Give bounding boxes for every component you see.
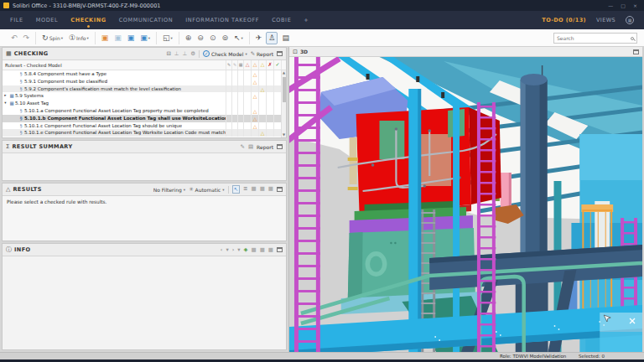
edit-rule-icon[interactable]: ✎ — [226, 60, 231, 70]
checking-panel-icon: ▦ — [6, 50, 12, 57]
section-box-button[interactable]: ◱▾ — [161, 33, 174, 44]
info-action3-icon[interactable]: ■ — [268, 246, 273, 253]
result-action3-icon[interactable]: ■ — [268, 185, 273, 194]
rs-edit-icon[interactable]: ✎ — [241, 143, 245, 150]
pick-result-icon[interactable]: ↖ — [232, 185, 240, 194]
todo-button[interactable]: TO-DO (0/13) — [542, 17, 586, 23]
prev-dropdown-icon[interactable]: ▾ — [226, 246, 228, 253]
restore-icon[interactable]: ▢ — [621, 3, 626, 8]
rule-section-icon: § — [18, 107, 24, 115]
show-selection-button[interactable]: ▣ — [112, 33, 123, 44]
rule-row-5-8-4[interactable]: §5.8.4 Component must have a Type△ — [3, 70, 281, 78]
results-mode-dropdown[interactable]: ✳ Automatic ▾ — [189, 186, 225, 193]
rule-row-5-9[interactable]: ▸▦5.9 Systems△ — [3, 92, 281, 100]
install-ruleset-icon[interactable]: ⊥ — [183, 50, 188, 57]
severity-yellow-icon[interactable]: △ — [258, 60, 266, 70]
rule-cell — [237, 107, 243, 115]
select-tool-button[interactable]: ↖▾ — [232, 33, 245, 44]
rule-severity-cell — [258, 92, 266, 100]
severity-orange-icon[interactable]: △ — [251, 60, 258, 70]
info-icon: ① — [69, 34, 75, 43]
edit-results-icon[interactable]: ✎ — [231, 60, 237, 70]
info-button[interactable]: ①Info▾ — [67, 33, 91, 44]
maximize-icon[interactable] — [277, 187, 283, 192]
model-viewport[interactable] — [289, 57, 642, 352]
maximize-icon[interactable] — [633, 49, 639, 54]
chevron-down-icon[interactable]: ▾ — [3, 100, 8, 107]
rule-severity-cell — [258, 115, 266, 122]
scrollbar-thumb[interactable] — [283, 77, 286, 102]
info-action2-icon[interactable]: ■ — [260, 246, 265, 253]
menu-file[interactable]: FILE — [10, 17, 23, 23]
menu-model[interactable]: MODEL — [36, 17, 58, 23]
accepted-icon[interactable]: ✓ — [273, 60, 281, 70]
open-ruleset-icon[interactable]: ⊟ — [166, 50, 170, 57]
redo-button[interactable]: ↷ — [22, 33, 32, 44]
walk-mode-button[interactable]: ♙ — [266, 32, 278, 44]
chevron-right-icon[interactable]: ▸ — [3, 92, 8, 100]
rule-table-icon[interactable]: ▦ — [237, 60, 243, 70]
views-button[interactable]: VIEWS — [596, 17, 615, 23]
zoom-in-button[interactable]: ⊕ — [184, 33, 194, 44]
result-action1-icon[interactable]: ■ — [252, 185, 257, 194]
result-action2-icon[interactable]: ■ — [260, 185, 265, 194]
transparency-button[interactable]: ▣▾ — [138, 33, 152, 44]
checking-report-button[interactable]: ✎ Report — [251, 50, 273, 57]
zoom-all-button[interactable]: ⊚ — [220, 33, 230, 44]
view3d-panel: ⊡ 3D — [289, 47, 642, 352]
rule-row-5-10[interactable]: ▾▦5.10 Asset Tag — [3, 100, 281, 107]
menu-checking[interactable]: CHECKING — [70, 17, 106, 23]
ruleset-settings-icon[interactable]: ⚙ — [190, 50, 195, 57]
rule-row-5-9-2[interactable]: §5.9.2 Component's classification must m… — [3, 85, 281, 93]
undo-button[interactable]: ↶ — [9, 33, 19, 44]
rule-severity-cell — [266, 129, 273, 137]
check-model-button[interactable]: ✓ Check Model ▾ — [203, 50, 247, 57]
rule-label: 5.10.1.e Component Functional Asset Loca… — [24, 129, 226, 137]
rule-row-5-10-1-c[interactable]: §5.10.1.c Component Functional Asset Loc… — [3, 122, 281, 130]
maximize-icon[interactable] — [277, 144, 283, 149]
zoom-out-button[interactable]: ⊖ — [195, 33, 205, 44]
result-summary-report-button[interactable]: Report — [257, 144, 273, 150]
rs-doc-icon[interactable]: ▤ — [248, 143, 253, 150]
rules-scrollbar[interactable]: ▲ ▼ — [281, 70, 286, 137]
scroll-up-icon[interactable]: ▲ — [282, 70, 286, 75]
zoom-window-button[interactable]: ⊙ — [208, 33, 218, 44]
rule-row-5-10-1-e[interactable]: §5.10.1.e Component Functional Asset Loc… — [3, 129, 281, 137]
minimize-icon[interactable]: — — [608, 3, 613, 8]
layers-button[interactable]: ▤ — [280, 33, 291, 44]
next-icon[interactable]: › — [232, 246, 235, 253]
menu-information-takeoff[interactable]: INFORMATION TAKEOFF — [185, 17, 259, 23]
prev-icon[interactable]: ‹ — [221, 246, 223, 253]
scroll-down-icon[interactable]: ▼ — [282, 132, 286, 137]
hyperlink-icon[interactable]: ◈ — [244, 246, 248, 253]
rule-row-5-10-1-b[interactable]: §5.10.1.b Component Functional Asset Loc… — [3, 115, 281, 122]
rule-label: 5.9 Systems — [15, 92, 44, 100]
info-circle-icon: ⓘ — [6, 246, 12, 254]
search-input[interactable] — [557, 35, 631, 41]
hide-selection-button[interactable]: ▣ — [126, 33, 137, 44]
results-filter-dropdown[interactable]: No Filtering ▾ — [153, 187, 185, 193]
layout-icon[interactable]: ▦ — [626, 16, 634, 24]
ruleset-library-icon[interactable]: ⊥ — [174, 50, 179, 57]
highlight-selection-button[interactable]: ▣ — [100, 33, 111, 44]
spin-button[interactable]: ↻Spin▾ — [40, 33, 65, 44]
rule-cell — [237, 115, 243, 122]
next-dropdown-icon[interactable]: ▾ — [237, 246, 240, 253]
result-list-icon[interactable]: ≡ — [243, 185, 247, 194]
close-icon[interactable]: × — [633, 3, 637, 8]
maximize-icon[interactable] — [277, 51, 283, 56]
transparency-icon: ▣ — [140, 34, 148, 43]
fly-mode-button[interactable]: ✈ — [254, 33, 264, 44]
info-action1-icon[interactable]: ■ — [252, 246, 257, 253]
maximize-icon[interactable] — [277, 247, 283, 252]
menu-cobie[interactable]: COBIE — [272, 17, 291, 23]
menu-communication[interactable]: COMMUNICATION — [119, 17, 174, 23]
severity-red-icon[interactable]: △ — [243, 60, 251, 70]
center-magenta-ladder — [477, 102, 496, 352]
rule-row-5-9-1[interactable]: §5.9.1 Component must be classified△ — [3, 78, 281, 85]
redo-icon: ↷ — [23, 34, 30, 43]
menu--[interactable]: + — [304, 17, 309, 23]
info-header: ⓘ INFO ‹▾›▾◈■■■ — [3, 244, 286, 256]
rejected-icon[interactable]: ✗ — [266, 60, 273, 70]
rule-row-5-10-1-a[interactable]: §5.10.1.a Component Functional Asset Loc… — [3, 107, 281, 115]
